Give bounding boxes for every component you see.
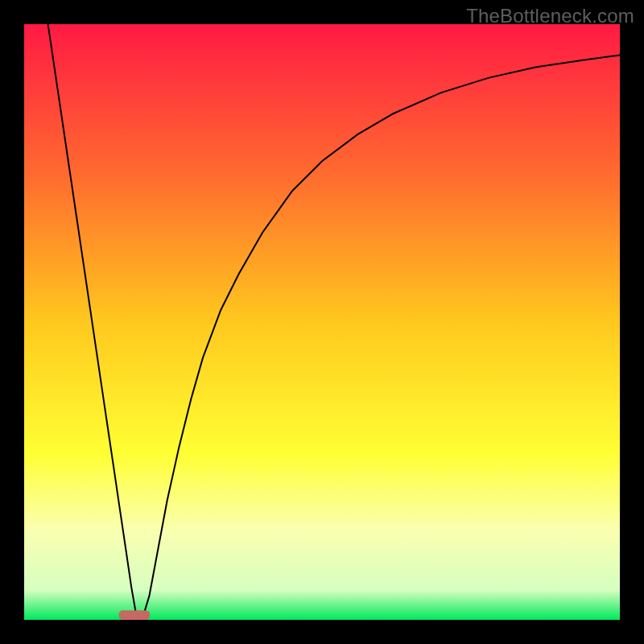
plot-area — [24, 24, 620, 620]
chart-svg — [24, 24, 620, 620]
watermark-text: TheBottleneck.com — [466, 5, 634, 27]
chart-frame: TheBottleneck.com — [0, 0, 644, 644]
optimal-range-marker — [119, 610, 150, 620]
gradient-background — [24, 24, 620, 620]
